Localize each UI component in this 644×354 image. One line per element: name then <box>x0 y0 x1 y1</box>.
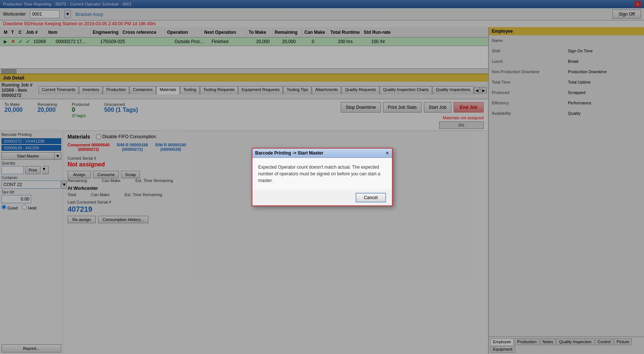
modal-title-bar: Barcode Printing -> Start Master × <box>252 149 392 158</box>
modal-message: Expected Operator count doesn't match ac… <box>258 164 386 184</box>
modal-dialog: Barcode Printing -> Start Master × Expec… <box>252 148 393 206</box>
modal-footer: Cancel <box>252 190 392 205</box>
modal-overlay: Barcode Printing -> Start Master × Expec… <box>0 0 644 354</box>
modal-cancel-button[interactable]: Cancel <box>356 193 386 202</box>
modal-body: Expected Operator count doesn't match ac… <box>252 158 392 190</box>
modal-title-text: Barcode Printing -> Start Master <box>255 150 324 156</box>
modal-close-button[interactable]: × <box>386 150 389 156</box>
